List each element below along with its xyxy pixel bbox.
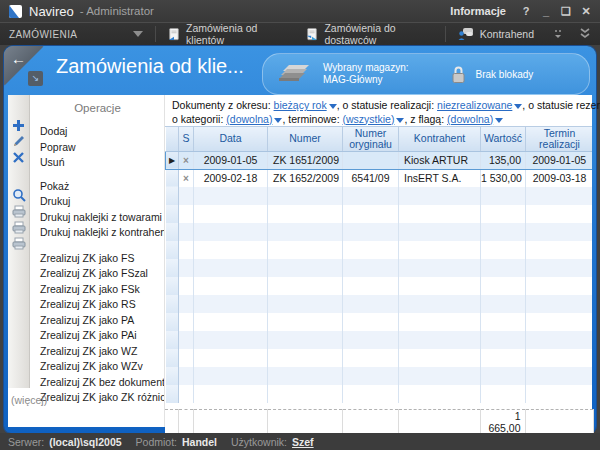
table-empty-row: [166, 277, 593, 295]
empty-cell: [481, 187, 526, 205]
col-header-kontrahent[interactable]: Kontrahent: [399, 127, 481, 151]
empty-cell: [481, 205, 526, 223]
toolbar-button-customer-orders[interactable]: Zamówienia od klientów: [156, 23, 294, 45]
empty-cell: [399, 349, 481, 367]
contractor-icon: [458, 27, 474, 41]
print-button[interactable]: [11, 203, 27, 219]
add-button[interactable]: [11, 117, 27, 133]
empty-cell: [179, 223, 194, 241]
col-header-termin[interactable]: Termin realizacji: [526, 127, 593, 151]
empty-cell: [166, 295, 179, 313]
empty-cell: [268, 205, 343, 223]
toolbar-button-kontrahenci[interactable]: Kontrahend: [446, 23, 546, 45]
col-header-wartosc[interactable]: Wartość: [481, 127, 526, 151]
close-button[interactable]: ✕: [578, 5, 594, 18]
more-link[interactable]: (więcej): [11, 394, 47, 406]
table-empty-row: [166, 331, 593, 349]
empty-cell: [481, 349, 526, 367]
empty-cell: [343, 349, 399, 367]
lock-icon: [451, 65, 466, 84]
filter-period-dropdown[interactable]: bieżący rok: [274, 99, 337, 111]
operations-group-edit: Dodaj Popraw Usuń: [31, 124, 164, 171]
table-row[interactable]: × 2009-02-18 ZK 1652/2009 6541/09 InsERT…: [166, 169, 593, 187]
toolbar-button-supplier-orders[interactable]: Zamówienia do dostawców: [294, 23, 444, 45]
module-selector[interactable]: ZAMÓWIENIA: [0, 23, 155, 45]
sidebar-item-usun[interactable]: Usuń: [31, 155, 164, 171]
print-labels-contractors-button[interactable]: [11, 235, 27, 251]
menu-informacje[interactable]: Informacje: [442, 3, 514, 19]
summary-row: 1 665,00: [165, 409, 592, 426]
sidebar-item-zrealizuj-bez-dokumentu[interactable]: Zrealizuj ZK bez dokumentu: [31, 375, 164, 391]
row-indicator: [166, 169, 179, 187]
print-labels-goods-button[interactable]: [11, 219, 27, 235]
cell-termin: 2009-01-05: [526, 151, 593, 169]
sidebar-item-popraw[interactable]: Popraw: [31, 140, 164, 156]
filter-label: Dokumenty z okresu:: [172, 99, 271, 111]
cell-wartosc: 1 530,00: [481, 169, 526, 187]
forward-button[interactable]: ↘: [28, 71, 43, 86]
pencil-icon: [12, 135, 25, 148]
app-name: Navireo: [29, 4, 74, 19]
empty-cell: [481, 223, 526, 241]
sidebar-item-zrealizuj-pa[interactable]: Zrealizuj ZK jako PA: [31, 313, 164, 329]
sidebar-item-zrealizuj-wz[interactable]: Zrealizuj ZK jako WZ: [31, 344, 164, 360]
empty-cell: [194, 223, 268, 241]
delete-button[interactable]: [11, 149, 27, 165]
empty-cell: [194, 259, 268, 277]
summary-cell: [193, 410, 267, 435]
col-header-data[interactable]: Data: [194, 127, 268, 151]
empty-cell: [179, 313, 194, 331]
col-header-numer-oryginalu[interactable]: Numer oryginału: [343, 127, 399, 151]
show-button[interactable]: [11, 187, 27, 203]
toolbar-expand-button[interactable]: [570, 28, 600, 40]
col-header-s[interactable]: S: [179, 127, 194, 151]
empty-cell: [268, 349, 343, 367]
filter-flag-dropdown[interactable]: (dowolna): [447, 113, 503, 125]
empty-cell: [179, 241, 194, 259]
sidebar-item-drukuj-naklejki-kontrahenci[interactable]: Drukuj naklejki z kontrahentami: [31, 225, 164, 241]
sidebar-item-zrealizuj-fs[interactable]: Zrealizuj ZK jako FS: [31, 251, 164, 267]
edit-button[interactable]: [11, 133, 27, 149]
empty-cell: [343, 295, 399, 313]
toolbar-button-label: Kontrahend: [480, 28, 534, 40]
sidebar-item-dodaj[interactable]: Dodaj: [31, 124, 164, 140]
table-header-row: S Data Numer Numer oryginału Kontrahent …: [166, 127, 593, 151]
table-row-selected[interactable]: ▶ × 2009-01-05 ZK 1651/2009 Kiosk ARTUR …: [166, 151, 593, 169]
user-value: Szef: [292, 436, 314, 448]
empty-cell: [399, 331, 481, 349]
empty-cell: [166, 313, 179, 331]
table-empty-row: [166, 205, 593, 223]
sidebar-item-zrealizuj-fszal[interactable]: Zrealizuj ZK jako FSzal: [31, 266, 164, 282]
sidebar-item-zrealizuj-fsk[interactable]: Zrealizuj ZK jako FSk: [31, 282, 164, 298]
filter-realization-dropdown[interactable]: niezrealizowane: [437, 99, 522, 111]
server-value: (local)\sql2005: [49, 436, 121, 448]
cell-wartosc: 135,00: [481, 151, 526, 169]
minimize-button[interactable]: _: [538, 5, 554, 17]
empty-cell: [481, 385, 526, 403]
empty-cell: [526, 313, 593, 331]
sidebar-item-drukuj-naklejki-towary[interactable]: Drukuj naklejki z towarami: [31, 210, 164, 226]
col-header-indicator[interactable]: [166, 127, 179, 151]
sidebar-item-zrealizuj-zk-roznicowe[interactable]: Zrealizuj ZK jako ZK różnicowe: [31, 390, 164, 406]
empty-cell: [268, 223, 343, 241]
filter-category-dropdown[interactable]: (dowolna): [226, 113, 282, 125]
sidebar-item-zrealizuj-pai[interactable]: Zrealizuj ZK jako PAi: [31, 328, 164, 344]
row-indicator: ▶: [166, 151, 179, 169]
sidebar-item-drukuj[interactable]: Drukuj: [31, 194, 164, 210]
empty-cell: [343, 313, 399, 331]
restore-button[interactable]: ❏: [558, 5, 574, 18]
empty-cell: [343, 205, 399, 223]
summary-cell: [398, 410, 480, 435]
sidebar-item-zrealizuj-wzv[interactable]: Zrealizuj ZK jako WZv: [31, 359, 164, 375]
empty-cell: [399, 367, 481, 385]
help-button[interactable]: ?: [518, 5, 534, 17]
col-header-numer[interactable]: Numer: [268, 127, 343, 151]
empty-cell: [194, 385, 268, 403]
subject-label: Podmiot:: [136, 436, 177, 448]
toolbar-overflow-button[interactable]: [546, 23, 570, 45]
sidebar-item-zrealizuj-rs[interactable]: Zrealizuj ZK jako RS: [31, 297, 164, 313]
filter-due-dropdown[interactable]: (wszystkie): [343, 113, 405, 125]
customer-order-icon: [168, 27, 180, 42]
summary-total-value: 1 665,00: [480, 410, 525, 435]
sidebar-item-pokaz[interactable]: Pokaż: [31, 179, 164, 195]
